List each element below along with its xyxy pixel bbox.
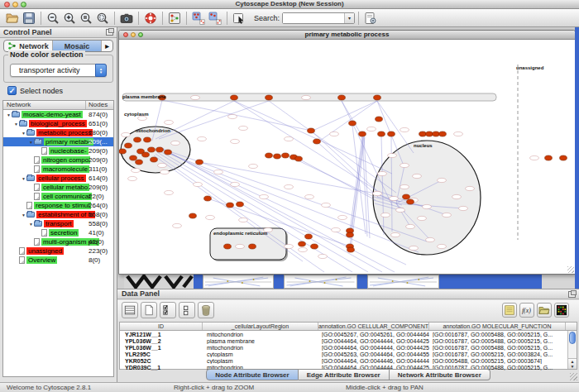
graph-node[interactable]: [227, 203, 234, 208]
graph-node-label[interactable]: [165, 120, 174, 124]
zoom-in-button[interactable]: [61, 10, 78, 26]
graph-node-label[interactable]: [391, 232, 400, 237]
disclosure-triangle-icon[interactable]: ▼: [28, 140, 34, 145]
graph-node-label[interactable]: [459, 206, 468, 210]
graph-node-label[interactable]: [400, 127, 409, 131]
graph-node[interactable]: [282, 153, 290, 158]
graph-node-label[interactable]: [214, 170, 223, 174]
graph-node[interactable]: [378, 131, 385, 136]
graph-node-label[interactable]: [409, 246, 419, 250]
tab-edge-attribute-browser[interactable]: Edge Attribute Browser: [299, 369, 390, 380]
graph-node-label[interactable]: [418, 216, 427, 220]
tree-row[interactable]: nitrogen compo209(0): [3, 155, 113, 165]
zoom-selected-button[interactable]: [78, 10, 94, 26]
graph-node[interactable]: [151, 157, 158, 162]
snapshot-button[interactable]: [118, 10, 135, 26]
tree-row[interactable]: nucleobase-209(0): [3, 146, 113, 155]
tree-row[interactable]: secretion41(0): [3, 228, 113, 237]
graph-node-label[interactable]: [165, 190, 174, 194]
table-row[interactable]: YKR052Ccytoplasm[GO:0044464, GO:0044446,…: [120, 357, 577, 364]
tree-row[interactable]: ▼biological_process651(0): [3, 119, 113, 128]
graph-node-label[interactable]: [206, 215, 215, 219]
graph-node[interactable]: [347, 232, 354, 237]
network-label[interactable]: unassigned: [26, 247, 64, 255]
tab-overflow-arrow[interactable]: ▶: [102, 41, 112, 51]
network-window-titlebar[interactable]: primary metabolic process: [119, 31, 575, 40]
graph-node-label[interactable]: [239, 218, 248, 222]
graph-node-label[interactable]: [191, 95, 200, 99]
import-network-button[interactable]: [190, 10, 207, 26]
graph-node-label[interactable]: [330, 131, 339, 136]
graph-node[interactable]: [156, 147, 164, 152]
graph-node[interactable]: [347, 247, 355, 252]
network-window-resize-grip[interactable]: [567, 266, 574, 273]
network-label[interactable]: response to stimul: [34, 202, 91, 209]
minimize-button[interactable]: [12, 2, 18, 7]
window-titlebar[interactable]: Cytoscape Desktop (New Session): [0, 0, 579, 9]
network-view-window[interactable]: primary metabolic process plasma membran…: [118, 30, 576, 275]
graph-node[interactable]: [204, 196, 212, 201]
region-label[interactable]: cytoplasm: [124, 112, 149, 117]
column-header[interactable]: annotation.GO MOLECULAR_FUNCTION: [429, 323, 566, 330]
graph-node[interactable]: [376, 117, 383, 122]
graph-node[interactable]: [305, 234, 313, 239]
tree-row[interactable]: ▼transport558(0): [3, 219, 113, 228]
network-label[interactable]: biological_process: [29, 120, 87, 127]
graph-node-label[interactable]: [231, 182, 240, 186]
graph-node[interactable]: [388, 131, 395, 136]
tab-network-attribute-browser[interactable]: Network Attribute Browser: [390, 369, 490, 380]
attribute-table-button[interactable]: [122, 302, 138, 318]
network-label[interactable]: nucleobase-: [49, 147, 89, 155]
graph-node-label[interactable]: [406, 224, 415, 228]
network-label[interactable]: secretion: [49, 229, 79, 237]
graph-node-label[interactable]: [285, 184, 294, 189]
float-panel-icon[interactable]: [106, 29, 113, 36]
graph-node[interactable]: [295, 156, 303, 161]
network-close-button[interactable]: [123, 32, 128, 37]
network-label[interactable]: cell communicat: [41, 193, 92, 200]
graph-node-label[interactable]: [228, 114, 237, 118]
graph-node[interactable]: [125, 143, 132, 148]
graph-node[interactable]: [407, 199, 414, 204]
table-row[interactable]: YPL036W__1mitochondrion[GO:0044464, GO:0…: [120, 344, 577, 351]
graph-node-label[interactable]: [236, 244, 245, 248]
column-header[interactable]: _cellularLayoutRegion: [203, 323, 318, 330]
region-label[interactable]: plasma membrane: [122, 94, 166, 99]
network-label[interactable]: macromolecule: [41, 165, 89, 173]
tree-row[interactable]: ▼mosaic-demo-yeast874(0): [3, 110, 113, 119]
graph-node-label[interactable]: [285, 136, 294, 141]
graph-node-label[interactable]: [438, 178, 447, 182]
graph-node-label[interactable]: [413, 174, 422, 178]
panel-resize-grip[interactable]: [570, 373, 577, 380]
graph-node[interactable]: [419, 131, 427, 136]
region-label[interactable]: unassigned: [516, 65, 544, 70]
graph-node[interactable]: [311, 244, 318, 249]
network-label[interactable]: nitrogen compo: [41, 156, 90, 164]
network-label[interactable]: transport: [44, 220, 74, 227]
graph-node[interactable]: [266, 95, 273, 100]
graph-node[interactable]: [136, 160, 143, 165]
network-label[interactable]: mosaic-demo-yeast: [22, 111, 83, 118]
scrollbar-thumb[interactable]: [569, 332, 576, 344]
graph-node-label[interactable]: [198, 136, 207, 141]
graph-node-label[interactable]: [400, 184, 409, 189]
graph-node-label[interactable]: [299, 247, 308, 251]
select-attributes-button[interactable]: [160, 302, 176, 318]
graph-node-label[interactable]: [260, 194, 269, 198]
graph-node[interactable]: [313, 139, 321, 144]
graph-node[interactable]: [148, 147, 156, 152]
network-zoom-button[interactable]: [138, 32, 143, 37]
graph-node-label[interactable]: [378, 171, 387, 175]
graph-node-label[interactable]: [426, 237, 435, 241]
column-header[interactable]: ID: [120, 323, 203, 330]
graph-node-label[interactable]: [285, 244, 294, 248]
graph-node-label[interactable]: [338, 215, 347, 219]
graph-node[interactable]: [266, 153, 273, 158]
tree-row[interactable]: unassigned223(0): [3, 246, 113, 256]
zoom-out-button[interactable]: [45, 10, 61, 26]
graph-node[interactable]: [374, 95, 381, 100]
tree-row[interactable]: cell communicat22(0): [3, 192, 113, 201]
graph-node-label[interactable]: [400, 163, 409, 167]
graph-node[interactable]: [426, 131, 433, 136]
annotation-button[interactable]: [231, 10, 247, 26]
